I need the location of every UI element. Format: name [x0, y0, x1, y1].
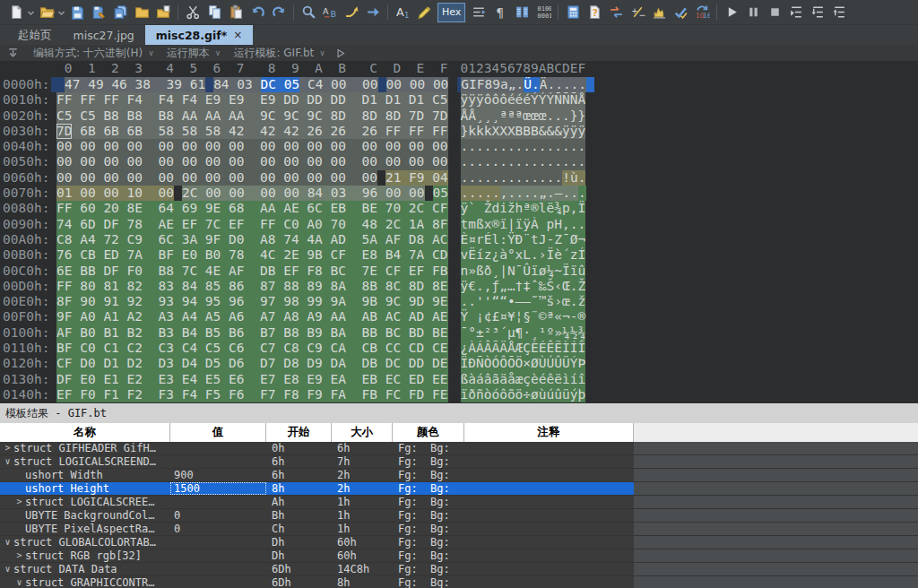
chevron-down-icon[interactable]: ∨: [215, 48, 221, 57]
replace-button[interactable]: AB: [319, 2, 341, 23]
hex-bytes[interactable]: C8 A4 72 C9 6C 3A 9F D0 A8 74 4A AD 5A A…: [56, 232, 448, 247]
step-out-button[interactable]: [828, 2, 850, 23]
hex-bytes[interactable]: DC 05: [261, 77, 300, 92]
template-row[interactable]: UBYTE PixelAspectRa…0Ch1hFg:Bg:: [0, 523, 918, 536]
ascii-chars[interactable]: „.: [508, 77, 524, 92]
show-whitespace-button[interactable]: ¶: [489, 2, 511, 23]
ascii-chars[interactable]: ÅÅ¸¸¸ªªªœœœ...}}: [461, 108, 586, 124]
ascii-chars[interactable]: !ù.: [562, 170, 585, 186]
swap-bytes-button[interactable]: [605, 2, 627, 23]
variable-value[interactable]: [170, 442, 266, 454]
font-button[interactable]: A1: [392, 2, 413, 23]
hex-bytes[interactable]: 05: [433, 186, 448, 201]
open-folder-button[interactable]: [131, 2, 152, 23]
variable-value[interactable]: [170, 549, 266, 562]
variable-value[interactable]: [170, 563, 266, 575]
hex-bytes[interactable]: 8F 90 91 92 93 94 95 96 97 98 99 9A 9B 9…: [56, 294, 448, 309]
ascii-chars[interactable]: ................: [461, 154, 586, 169]
column-mode-button[interactable]: [511, 2, 533, 23]
chevron-collapsed-icon[interactable]: >: [13, 549, 25, 562]
save-as-button[interactable]: [88, 2, 109, 23]
hex-bytes[interactable]: 74 6D DF 78 AE EF 7C EF FF C0 A0 70 48 2…: [56, 217, 448, 232]
ascii-chars[interactable]: vËíz¿à°xL.›Ïè´zÍ: [461, 247, 586, 263]
chevron-down-icon[interactable]: ∨: [148, 48, 154, 57]
variable-value[interactable]: [170, 576, 266, 588]
hex-bytes[interactable]: BF C0 C1 C2 C3 C4 C5 C6 C7 C8 C9 CA CB C…: [56, 341, 448, 356]
hex-bytes[interactable]: 01 00 00 10 00: [56, 186, 174, 201]
open-recent-button[interactable]: [152, 2, 174, 23]
cut-button[interactable]: [182, 2, 204, 23]
ascii-chars[interactable]: Ä..: [540, 77, 563, 92]
ascii-chars[interactable]: ÿÿÿôôôéééÝÝÝÑÑÑÅ: [461, 92, 586, 108]
variable-value[interactable]: [170, 536, 266, 549]
variable-value[interactable]: [170, 455, 266, 468]
template-row[interactable]: >struct GIFHEADER GifH…0h6hFg:Bg:: [0, 442, 918, 455]
hex-bytes[interactable]: 2C 00 00 00 00 84 03 96 00 00: [182, 186, 425, 201]
ascii-chars[interactable]: È¤rÉl:ŸÐ¨tJ-Z¯Ø¬: [461, 232, 586, 247]
variable-value[interactable]: 0: [170, 509, 266, 522]
ascii-chars[interactable]: ÿ` Ždižhª®lë¾p,Ï: [461, 201, 586, 216]
calculator-button[interactable]: [562, 2, 584, 23]
hex-bytes[interactable]: FF 80 81 82 83 84 85 86 87 88 89 8A 8B 8…: [56, 279, 448, 294]
template-row[interactable]: ∨struct GLOBALCOLORTAB…Dh60hFg:Bg:: [0, 536, 918, 549]
hex-bytes[interactable]: 9F A0 A1 A2 A3 A4 A5 A6 A7 A8 A9 AA AB A…: [56, 309, 448, 324]
run-script-select[interactable]: 运行脚本: [167, 46, 210, 61]
hex-bytes[interactable]: 6E BB DF F0 B8 7C 4E AF DB EF F8 BC 7E C…: [56, 264, 448, 279]
template-row[interactable]: ∨struct GRAPHICCONTR…6Dh8hFg:Bg:: [0, 576, 918, 588]
ascii-chars[interactable]: ÿ€.‚ƒ„…†‡ˆ‰Š‹Œ.Ž: [461, 279, 586, 294]
template-row[interactable]: ∨struct LOGICALSCREEND…6h7hFg:Bg:: [0, 455, 918, 469]
operations-button[interactable]: +−: [627, 2, 648, 23]
chevron-down-icon[interactable]: ∨: [319, 48, 325, 57]
open-file-dropdown[interactable]: [57, 2, 66, 23]
tab-misc27jpg[interactable]: misc27.jpg: [63, 25, 145, 45]
chevron-expanded-icon[interactable]: ∨: [2, 455, 13, 468]
step-into-button[interactable]: [807, 2, 828, 23]
save-all-button[interactable]: [109, 2, 131, 23]
step-over-button[interactable]: [785, 2, 807, 23]
template-row[interactable]: UBYTE BackgroundCol…0Bh1hFg:Bg:: [0, 509, 918, 523]
template-row[interactable]: ushort Width9006h2hFg:Bg:: [0, 469, 918, 482]
edit-mode-select[interactable]: 编辑方式: 十六进制(H): [33, 46, 143, 61]
new-file-dropdown[interactable]: [27, 2, 36, 23]
copy-button[interactable]: [204, 2, 225, 23]
hex-bytes[interactable]: 00 00 00 00 00 00 00 00 00 00 00 00 00 0…: [56, 154, 448, 169]
highlight-button[interactable]: [413, 2, 435, 23]
close-icon[interactable]: ×: [233, 29, 242, 41]
hex-bytes[interactable]: 00 00 00 00 00 00 00 00 00 00 00 00 00: [56, 170, 377, 186]
open-file-button[interactable]: [36, 2, 57, 23]
variable-value[interactable]: 900: [170, 469, 266, 481]
hex-bytes[interactable]: C5 C5 B8 B8 B8 AA AA AA 9C 9C 9C 8D 8D 8…: [56, 108, 448, 124]
ascii-chars[interactable]: Ÿ ¡¢£¤¥¦§¨©ª«¬-®: [461, 309, 586, 324]
hex-bytes[interactable]: 00 00 00 00 00 00 00 00 00 00 00 00 00 0…: [56, 139, 448, 154]
ascii-chars[interactable]: ¿ÀÁÂÃÄÅÆÇÈÉÊËÌÍÎ: [461, 341, 586, 356]
chevron-expanded-icon[interactable]: ∨: [13, 576, 25, 588]
template-row[interactable]: >struct RGB rgb[32]Dh60hFg:Bg:: [0, 549, 918, 563]
hex-view-button[interactable]: Hex: [437, 3, 465, 22]
hex-bytes[interactable]: AF B0 B1 B2 B3 B4 B5 B6 B7 B8 B9 BA BB B…: [56, 325, 448, 341]
variable-value[interactable]: 0: [170, 523, 266, 535]
find-button[interactable]: [298, 2, 319, 23]
ascii-chars[interactable]: ,....„.–..: [500, 186, 578, 201]
hex-bytes[interactable]: FF 60 20 8E 64 69 9E 68 AA AE 6C EB BE 7…: [56, 201, 448, 216]
ascii-chars[interactable]: n»ßð¸|N¯Ûïø¼~Ïïû: [461, 264, 586, 279]
hex-bytes[interactable]: 76 CB ED 7A BF E0 B0 78 4C 2E 9B CF E8 B…: [56, 247, 448, 263]
variable-value[interactable]: 1500: [170, 482, 266, 495]
hex-view[interactable]: 0000h:47 49 46 38 39 6184 03 DC 05 C4 00…: [0, 77, 918, 404]
chevron-collapsed-icon[interactable]: >: [2, 442, 13, 454]
collapse-panel-icon[interactable]: [7, 47, 21, 60]
paste-button[interactable]: [225, 2, 247, 23]
chevron-expanded-icon[interactable]: ∨: [2, 536, 13, 549]
hex-bytes[interactable]: 7D: [56, 124, 72, 139]
hex-bytes[interactable]: CF D0 D1 D2 D3 D4 D5 D6 D7 D8 D9 DA DB D…: [56, 356, 448, 371]
template-row[interactable]: >struct LOGICALSCREE…Ah1hFg:Bg:: [0, 496, 918, 509]
chevron-collapsed-icon[interactable]: >: [13, 496, 25, 508]
hex-bytes[interactable]: 6B 6B 6B 58 58 58 42 42 42 26 26 26 FF F…: [72, 124, 447, 139]
ascii-chars[interactable]: ¯°±²³´µ¶·¸¹º»¼½¾: [461, 325, 586, 341]
new-file-button[interactable]: [5, 2, 27, 23]
hex-bytes[interactable]: 00 00 00: [386, 77, 449, 92]
ascii-chars[interactable]: kkkXXXBBB&&&ÿÿÿ: [468, 124, 585, 139]
pause-button[interactable]: [742, 2, 764, 23]
ascii-chars[interactable]: ................: [461, 139, 586, 154]
ascii-chars[interactable]: ïðñòóôõö÷øùúûüýþ: [461, 387, 586, 402]
binary-view-button[interactable]: 01000001: [533, 2, 554, 23]
